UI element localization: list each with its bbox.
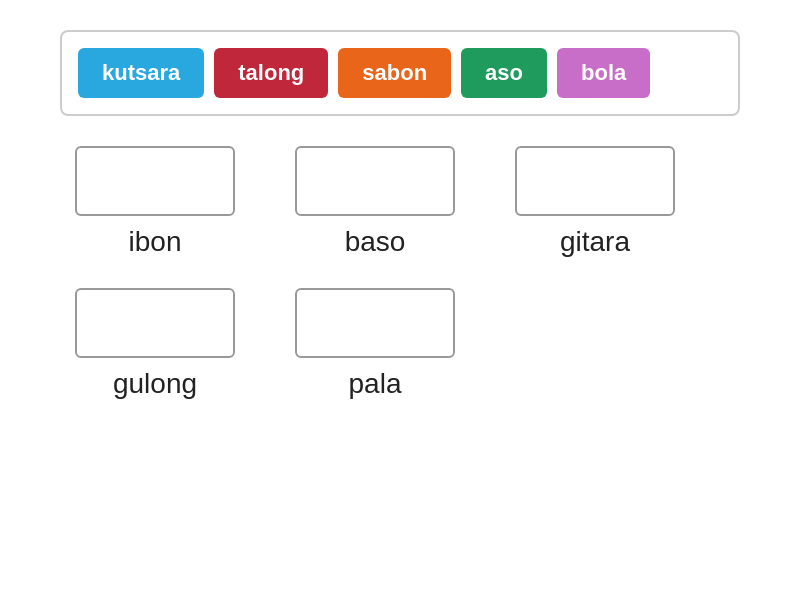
chip-kutsara[interactable]: kutsara — [78, 48, 204, 98]
drop-label-gitara: gitara — [560, 226, 630, 258]
drop-box-ibon[interactable] — [75, 146, 235, 216]
drop-box-gitara[interactable] — [515, 146, 675, 216]
drop-box-gulong[interactable] — [75, 288, 235, 358]
drop-label-baso: baso — [345, 226, 406, 258]
chip-aso[interactable]: aso — [461, 48, 547, 98]
drop-label-gulong: gulong — [113, 368, 197, 400]
word-bank: kutsara talong sabon aso bola — [60, 30, 740, 116]
chip-sabon[interactable]: sabon — [338, 48, 451, 98]
main-container: kutsara talong sabon aso bola ibon baso … — [0, 0, 800, 460]
drop-label-pala: pala — [349, 368, 402, 400]
drop-box-baso[interactable] — [295, 146, 455, 216]
drop-item-gulong: gulong — [60, 288, 250, 400]
drop-row-2: gulong pala — [60, 288, 740, 430]
drop-label-ibon: ibon — [129, 226, 182, 258]
drop-item-ibon: ibon — [60, 146, 250, 258]
drop-item-baso: baso — [280, 146, 470, 258]
drop-row-1: ibon baso gitara — [60, 146, 740, 288]
drop-item-gitara: gitara — [500, 146, 690, 258]
drop-box-pala[interactable] — [295, 288, 455, 358]
drop-item-pala: pala — [280, 288, 470, 400]
chip-bola[interactable]: bola — [557, 48, 650, 98]
chip-talong[interactable]: talong — [214, 48, 328, 98]
